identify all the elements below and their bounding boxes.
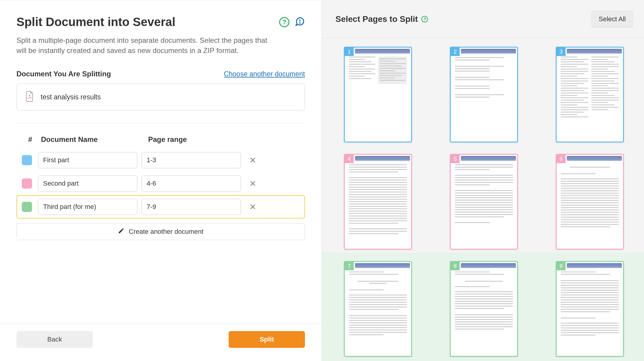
page-subtitle: Split a multiple-page document into sepa… — [16, 35, 277, 55]
delete-row-button[interactable]: ✕ — [245, 153, 260, 168]
doc-name-input[interactable] — [38, 152, 137, 168]
page-thumbnail[interactable]: 7 — [344, 261, 412, 357]
delete-row-button[interactable]: ✕ — [245, 199, 260, 214]
page-number: 9 — [557, 262, 566, 270]
split-row: ✕ — [16, 148, 305, 172]
footer: Back Split — [0, 324, 321, 361]
current-document-box: test analysis results — [16, 84, 305, 110]
split-row: ✕ — [16, 172, 305, 195]
right-title: Select Pages to Split — [335, 14, 418, 24]
doc-name-input[interactable] — [38, 199, 137, 215]
pages-area[interactable]: 1 2 — [322, 38, 644, 361]
page-thumbnail[interactable]: 8 — [450, 261, 518, 357]
svg-point-1 — [300, 23, 300, 23]
splitting-label: Document You Are Splitting — [16, 70, 111, 78]
split-table: # Document Name Page range ✕ ✕ — [16, 135, 305, 240]
split-button[interactable]: Split — [229, 331, 305, 348]
color-swatch-blue[interactable] — [22, 155, 32, 165]
col-range: Page range — [148, 135, 302, 144]
page-number: 7 — [345, 262, 354, 270]
doc-name-input[interactable] — [38, 175, 137, 192]
page-title: Split Document into Several — [16, 15, 175, 29]
col-hash: # — [19, 135, 41, 144]
page-number: 4 — [345, 155, 354, 163]
choose-another-link[interactable]: Choose another document — [224, 70, 305, 78]
page-range-input[interactable] — [142, 199, 241, 215]
delete-row-button[interactable]: ✕ — [245, 176, 260, 191]
col-name: Document Name — [41, 135, 148, 144]
create-another-label: Create another document — [129, 228, 203, 236]
page-thumbnail[interactable]: 6 — [556, 154, 624, 250]
help-icon-small[interactable]: ? — [421, 16, 428, 22]
page-number: 8 — [451, 262, 460, 270]
help-icon[interactable]: ? — [279, 17, 289, 27]
create-another-button[interactable]: Create another document — [16, 223, 305, 240]
page-number: 1 — [345, 48, 354, 56]
select-all-button[interactable]: Select All — [591, 11, 634, 28]
page-thumbnail[interactable]: 2 — [450, 47, 518, 142]
page-number: 5 — [451, 155, 460, 163]
split-row-active: ✕ — [16, 195, 305, 219]
pdf-icon — [25, 91, 34, 103]
back-button[interactable]: Back — [16, 331, 93, 348]
page-number: 6 — [557, 155, 566, 163]
page-number: 2 — [451, 48, 460, 56]
color-swatch-green[interactable] — [22, 202, 32, 212]
color-swatch-pink[interactable] — [22, 178, 32, 189]
page-thumbnail[interactable]: 4 — [344, 154, 412, 250]
page-range-input[interactable] — [142, 152, 241, 168]
page-range-input[interactable] — [142, 175, 241, 192]
page-thumbnail[interactable]: 3 — [556, 47, 624, 142]
pen-icon — [118, 227, 124, 236]
page-thumbnail[interactable]: 1 — [344, 47, 412, 142]
page-thumbnail[interactable]: 9 — [556, 261, 624, 357]
document-name: test analysis results — [41, 93, 101, 101]
settings-panel: Split Document into Several ? Split a mu… — [0, 0, 322, 361]
divider — [16, 123, 305, 123]
page-thumbnail[interactable]: 5 — [450, 154, 518, 250]
page-number: 3 — [557, 48, 566, 56]
pages-panel: Select Pages to Split ? Select All 1 2 — [322, 0, 644, 361]
feedback-icon[interactable] — [295, 16, 305, 28]
